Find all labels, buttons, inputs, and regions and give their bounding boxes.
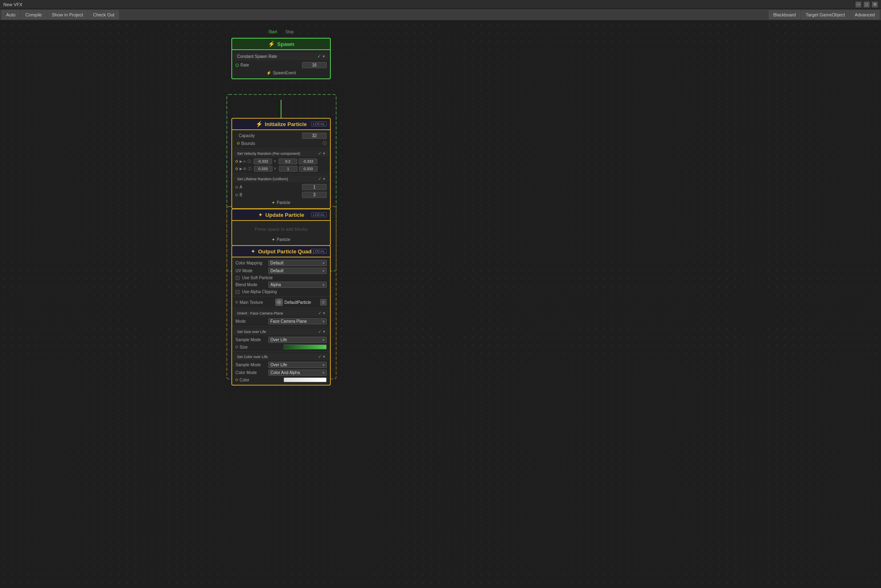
velocity-check[interactable]: ✓ (318, 151, 321, 156)
spawn-node-header: ⚡ Spawn (231, 38, 331, 50)
velocity-b-z[interactable]: 0.333 (299, 166, 318, 172)
spawn-output-port: ⚡ SpawnEvent (232, 69, 330, 77)
advanced-button[interactable]: Advanced (850, 10, 879, 19)
capacity-value[interactable]: 32 (302, 133, 327, 139)
lifetime-random-block: Set Lifetime Random (Uniform) ✓ ▾ (234, 175, 328, 182)
color-gradient[interactable] (284, 377, 327, 382)
orient-check[interactable]: ✓ (318, 311, 321, 315)
velocity-b-dot (235, 168, 238, 170)
lifetime-check[interactable]: ✓ (318, 177, 321, 181)
lifetime-dropdown[interactable]: ▾ (323, 177, 325, 181)
minimize-button[interactable]: ─ (856, 2, 861, 7)
stop-tab[interactable]: Stop (285, 30, 294, 34)
output-node-header: ✦ Output Particle Quad LOCAL (231, 245, 331, 257)
soft-particle-checkbox[interactable] (235, 276, 240, 280)
update-lightning-icon: ✦ (258, 211, 263, 218)
texture-pick-button[interactable]: ⊙ (320, 299, 327, 305)
size-dropdown[interactable]: ▾ (323, 329, 325, 334)
size-value-row: Size (232, 344, 330, 350)
size-life-block-name: Set Size over Life (237, 330, 266, 334)
init-node-body: Capacity 32 Bounds ⓘ Set Velocity Random… (231, 130, 331, 209)
color-label: Color (240, 378, 282, 382)
lifetime-b-value[interactable]: 3 (302, 192, 327, 198)
block-name: Constant Spawn Rate (237, 54, 277, 59)
color-sample-select[interactable]: Over Life ▾ (268, 362, 327, 368)
blend-mode-value: Alpha (270, 283, 281, 287)
lifetime-a-dot (235, 186, 238, 188)
orient-mode-value: Face Camera Plane (270, 319, 307, 324)
velocity-a-y[interactable]: 0.2 (279, 158, 297, 164)
orient-mode-select[interactable]: Face Camera Plane ▾ (268, 318, 327, 324)
velocity-b-row: ▶ B ⓘ 0.333 Y 1 0.333 (232, 165, 330, 172)
init-particle-icon: ✦ (272, 200, 275, 205)
menu-left: Auto Compile Show in Project Check Out (0, 10, 119, 19)
rate-value[interactable]: 16 (302, 62, 327, 68)
compile-button[interactable]: Compile (21, 10, 46, 19)
window-controls[interactable]: ─ □ ✕ (856, 2, 878, 7)
maximize-button[interactable]: □ (864, 2, 869, 7)
start-tab[interactable]: Start (268, 30, 277, 34)
menu-bar: Auto Compile Show in Project Check Out B… (0, 9, 881, 21)
size-check[interactable]: ✓ (318, 329, 321, 334)
close-button[interactable]: ✕ (872, 2, 878, 7)
alpha-clip-label: Use Alpha Clipping (242, 289, 277, 294)
color-mode-label: Color Mode (235, 370, 268, 375)
texture-name[interactable]: DefaultParticle (284, 300, 318, 305)
color-mapping-value: Default (270, 261, 284, 265)
auto-button[interactable]: Auto (2, 10, 20, 19)
checkmark-icon[interactable]: ✓ (317, 54, 321, 59)
bounds-dot (237, 142, 240, 145)
y-label-b: Y (274, 167, 277, 171)
velocity-random-block: Set Velocity Random (Per-component) ✓ ▾ (234, 150, 328, 157)
uv-mode-row: UV Mode Default ▾ (232, 267, 330, 275)
update-node-body: Press space to add blocks ✦ Particle (231, 221, 331, 246)
uv-mode-select[interactable]: Default ▾ (268, 268, 327, 274)
velocity-a-dot (235, 160, 238, 163)
update-node-header: ✦ Update Particle LOCAL (231, 209, 331, 221)
blend-mode-select[interactable]: Alpha ▾ (268, 282, 327, 288)
velocity-a-z[interactable]: -0.333 (299, 158, 317, 164)
size-sample-value: Over Life (270, 338, 287, 342)
size-gradient[interactable] (284, 345, 327, 349)
blackboard-button[interactable]: Blackboard (769, 10, 800, 19)
color-value-row: Color (232, 377, 330, 383)
color-check[interactable]: ✓ (318, 354, 321, 359)
update-placeholder: Press space to add blocks (232, 223, 330, 236)
velocity-a-x[interactable]: -0.333 (254, 158, 272, 164)
texture-preview (275, 299, 283, 306)
target-gameobject-button[interactable]: Target GameObject (801, 10, 849, 19)
show-in-project-button[interactable]: Show in Project (47, 10, 88, 19)
bounds-row: Bounds ⓘ (232, 140, 330, 147)
lifetime-b-row: B 3 (232, 191, 330, 199)
velocity-b-y[interactable]: 1 (279, 166, 298, 172)
spawn-event-label: SpawnEvent (273, 71, 296, 75)
color-mode-select[interactable]: Color And Alpha ▾ (268, 370, 327, 376)
alpha-clip-checkbox[interactable] (235, 290, 240, 294)
orient-dropdown[interactable]: ▾ (323, 311, 325, 315)
init-output-port: ✦ Particle (232, 199, 330, 207)
orient-block-name: Orient : Face Camera Plane (237, 311, 283, 315)
capacity-row: Capacity 32 (232, 132, 330, 140)
orient-block: Orient : Face Camera Plane ✓ ▾ (234, 310, 328, 317)
color-mode-arrow: ▾ (323, 371, 325, 375)
velocity-block-name: Set Velocity Random (Per-component) (237, 152, 300, 156)
lifetime-a-value[interactable]: 1 (302, 184, 327, 190)
color-life-block-name: Set Color over Life (237, 355, 268, 359)
rate-field-row: Rate 16 (232, 61, 330, 69)
color-mapping-select[interactable]: Default ▾ (268, 260, 327, 266)
update-particle-icon: ✦ (272, 237, 275, 242)
velocity-dropdown[interactable]: ▾ (323, 151, 325, 156)
window-title: New VFX (3, 2, 22, 7)
dropdown-icon[interactable]: ▾ (323, 54, 325, 59)
spawn-lightning-icon: ⚡ (268, 41, 275, 47)
check-out-button[interactable]: Check Out (88, 10, 119, 19)
lifetime-b-dot (235, 194, 238, 196)
vec-info-a: ⓘ (247, 159, 251, 164)
init-node-header: ⚡ Initialize Particle LOCAL (231, 118, 331, 130)
color-dropdown[interactable]: ▾ (323, 354, 325, 359)
size-sample-select[interactable]: Over Life ▾ (268, 337, 327, 343)
color-life-controls: ✓ ▾ (318, 354, 325, 359)
velocity-b-x[interactable]: 0.333 (254, 166, 272, 172)
bounds-info-icon[interactable]: ⓘ (323, 140, 327, 146)
canvas-area: Start Stop ⚡ Spawn Constant Spawn Rate ✓… (0, 21, 881, 588)
